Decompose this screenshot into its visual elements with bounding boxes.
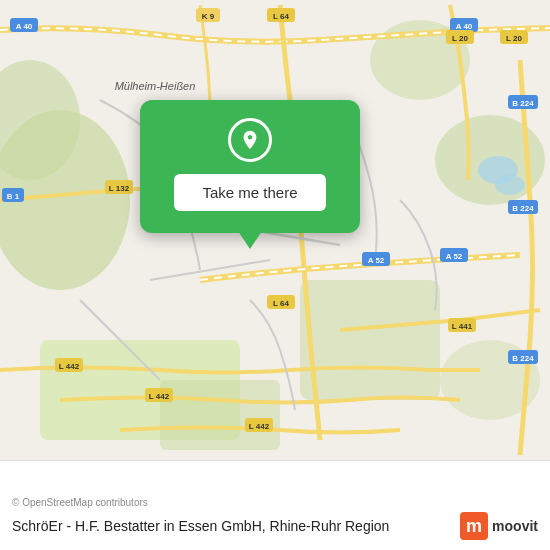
svg-text:A 40: A 40 (456, 22, 473, 31)
svg-text:A 52: A 52 (368, 256, 385, 265)
svg-rect-3 (300, 280, 440, 400)
svg-text:L 442: L 442 (59, 362, 80, 371)
svg-text:K 9: K 9 (202, 12, 215, 21)
svg-text:L 441: L 441 (452, 322, 473, 331)
place-info: SchröEr - H.F. Bestatter in Essen GmbH, … (12, 512, 538, 540)
svg-text:L 132: L 132 (109, 184, 130, 193)
svg-text:L 20: L 20 (452, 34, 468, 43)
location-pin-icon (228, 118, 272, 162)
svg-text:L 64: L 64 (273, 12, 289, 21)
svg-text:B 224: B 224 (512, 99, 534, 108)
svg-text:B 224: B 224 (512, 354, 534, 363)
svg-text:A 52: A 52 (446, 252, 463, 261)
svg-text:L 442: L 442 (149, 392, 170, 401)
popup-card: Take me there (140, 100, 360, 233)
place-name: SchröEr - H.F. Bestatter in Essen GmbH, … (12, 518, 460, 534)
take-me-there-button[interactable]: Take me there (174, 174, 325, 211)
svg-text:A 40: A 40 (16, 22, 33, 31)
svg-text:L 64: L 64 (273, 299, 289, 308)
svg-text:L 442: L 442 (249, 422, 270, 431)
bottom-bar: © OpenStreetMap contributors SchröEr - H… (0, 460, 550, 550)
svg-text:L 20: L 20 (506, 34, 522, 43)
attribution: © OpenStreetMap contributors (12, 497, 538, 508)
moovit-text: moovit (492, 518, 538, 534)
svg-point-10 (495, 175, 525, 195)
moovit-logo: m moovit (460, 512, 538, 540)
svg-text:B 1: B 1 (7, 192, 20, 201)
svg-rect-7 (160, 380, 280, 450)
svg-text:Mülheim-Heißen: Mülheim-Heißen (115, 80, 196, 92)
svg-text:B 224: B 224 (512, 204, 534, 213)
moovit-m-icon: m (460, 512, 488, 540)
map-container: A 40 A 40 K 9 L 64 L 64 L 20 L 20 B 1 L … (0, 0, 550, 460)
